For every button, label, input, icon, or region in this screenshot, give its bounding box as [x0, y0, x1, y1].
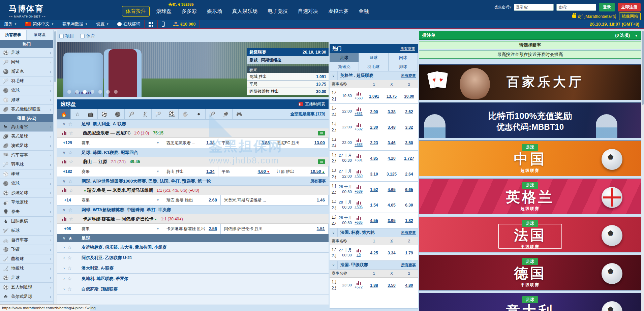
hot-tab-网球[interactable]: 网球 [389, 53, 418, 62]
register-button[interactable]: 立即注册 [618, 3, 641, 11]
odds-cell-2[interactable]: 2.64 [400, 171, 418, 177]
featured-outcome-1[interactable]: 平局13.75 [247, 81, 329, 88]
all-live-events-link[interactable]: 全部现场赛事 (179) [290, 111, 325, 117]
odds-cell-1[interactable]: 3.48 [383, 124, 400, 130]
odds-cell-1[interactable]: 3.95 [383, 217, 400, 223]
football-section-header[interactable]: ∨★ 足球 [57, 234, 329, 242]
carousel-dot-5[interactable] [106, 90, 110, 94]
odds-cell-0[interactable]: 4.25 [365, 250, 383, 256]
promo-banner-england[interactable]: 足球英格兰超级联赛 [419, 179, 641, 214]
more-markets[interactable]: +581 [352, 107, 365, 116]
password-input[interactable] [556, 4, 596, 11]
odds-cell-2[interactable]: 6.65 [400, 186, 418, 192]
more-markets[interactable]: +9 [352, 249, 365, 257]
sidebar-item-tennis[interactable]: 🎾网球› [0, 58, 53, 67]
sidebar-item-gaelic-football[interactable]: ☘盖尔式足球› [0, 292, 53, 302]
sidebar-item-floorball[interactable]: 🏒地板球› [0, 264, 53, 273]
league-group-header[interactable]: ∨☆网球. WTA超级精英赛. 中国珠海. 单打. 半决赛 [57, 206, 329, 214]
league-list-item[interactable]: ›☆白俄罗斯. 顶级联赛 [57, 284, 329, 294]
match-row[interactable]: ☆●瑞安.鲁曼 — 米奥米.可斯马诺维斯1:1 (6:3, 4:6, 6:6) … [57, 186, 329, 195]
odds-cell-1[interactable]: 3.125 [383, 171, 400, 177]
markets-count-link[interactable]: +585 [355, 220, 363, 224]
promo-banner-china[interactable]: 足球中国超级联赛 [419, 141, 641, 176]
sidebar-item-badminton[interactable]: 🏸羽毛球› [0, 76, 53, 86]
sidebar-tab-0[interactable]: 所有赛事 [0, 30, 27, 40]
odds-cell-1[interactable]: 平局4.60 ▼ [218, 166, 274, 177]
odds-cell-1[interactable]: 3.34 [383, 250, 400, 256]
odds-cell-2[interactable]: 3.50 [400, 139, 418, 146]
checkbox-icon[interactable] [80, 34, 85, 38]
more-markets[interactable]: +583 [352, 138, 365, 147]
match-row[interactable]: ☆蔚山 — 江原2:1 (2:1)49:45 [57, 157, 329, 166]
odds-cell-0[interactable]: 4.85 [365, 155, 383, 161]
sidebar-item-cricket[interactable]: 🏏板球› [0, 226, 53, 236]
carousel-dot-2[interactable] [83, 90, 87, 94]
favorite-star-icon[interactable]: ☆ [68, 179, 73, 184]
league-list-item[interactable]: ›☆友谊锦标赛. 俱乐部. 吉大港, 孟加拉国. 小组赛 [57, 242, 329, 253]
sidebar-item-darts[interactable]: 🎯飞镖› [0, 245, 53, 254]
nav-live[interactable]: 滚球盘 [153, 6, 175, 16]
odds-cell-2[interactable]: 4.80 [400, 282, 418, 288]
nav-battles[interactable]: 自选对决 [295, 6, 321, 16]
sidebar-item-chess[interactable]: ♞国际象棋› [0, 217, 53, 226]
more-markets[interactable]: +589 [352, 185, 365, 193]
live-filter-ice-hockey[interactable]: ⚫ [192, 109, 206, 119]
odds-cell-0[interactable]: 1.88 [365, 282, 383, 288]
col-header-x[interactable]: X [383, 271, 400, 275]
nav-toto[interactable]: 多多彩 [178, 6, 200, 16]
more-markets-count[interactable]: +129 [57, 138, 78, 148]
favorite-star-icon[interactable]: ☆ [67, 286, 72, 292]
sidebar-item-american-football[interactable]: 🏈美式足球› [0, 132, 53, 141]
more-markets[interactable]: +572 [352, 281, 365, 289]
hot-tab-羽毛球[interactable]: 羽毛球 [359, 62, 388, 71]
favorite-star-icon[interactable]: ☆ [69, 130, 73, 136]
page-scrollbar[interactable] [641, 30, 644, 311]
live-filter-handball[interactable]: 🖐 [179, 109, 192, 119]
featured-outcome-2[interactable]: 阿斯顿维拉 胜出30.00 [247, 88, 329, 95]
toolbar-services[interactable]: 服务▼ [0, 20, 21, 28]
toolbar-language[interactable]: 简体中文▼ [21, 20, 58, 28]
filter-0[interactable]: 项目 [59, 33, 74, 39]
odds-cell-2[interactable]: 1.82 [400, 217, 418, 223]
league-list-item[interactable]: ›☆奥地利. 地区联赛. 蒂罗尔 [57, 274, 329, 284]
odds-cell-1[interactable]: 3.50 [383, 282, 400, 288]
promo-banner-france[interactable]: 足球法国甲级联赛 [419, 217, 641, 252]
odds-cell-1[interactable]: 4.65 [383, 186, 400, 192]
odds-cell-0[interactable]: 西悉尼流浪者 ...1.38 [163, 138, 218, 148]
hot-tab-排球[interactable]: 排球 [389, 62, 418, 71]
sidebar-item-autosport[interactable]: 🏁汽车赛事› [0, 151, 53, 160]
live-filter-hot-flame[interactable]: 🔥 [57, 109, 71, 119]
market-select[interactable]: 赛果▼ [78, 224, 163, 234]
hot-tab-足球[interactable]: 足球 [330, 53, 359, 62]
markets-count-link[interactable]: +581 [355, 112, 363, 116]
sidebar-scrollbar[interactable] [53, 30, 57, 311]
match-tracker-icon[interactable] [62, 217, 66, 221]
toolbar-chat[interactable]: 在线咨询 [113, 20, 145, 28]
live-filter-live-tv[interactable]: 📺 [84, 109, 98, 119]
markets-count-link[interactable]: +592 [355, 127, 363, 131]
sidebar-item-field-hockey[interactable]: 🏑曲棍球› [0, 254, 53, 264]
odds-cell-2[interactable]: 3.32 [400, 124, 418, 130]
odds-cell-0[interactable]: 1.091 [365, 93, 383, 99]
favorite-star-icon[interactable]: ★ [68, 236, 73, 241]
betslip-header[interactable]: 投注单 (0 选项) ▼ [419, 31, 641, 40]
favorite-star-icon[interactable]: ☆ [68, 150, 73, 155]
favorite-star-icon[interactable]: ☆ [69, 188, 73, 193]
live-filter-football[interactable]: ⚽ [98, 109, 111, 119]
odds-cell-2[interactable]: 6.30 [400, 202, 418, 208]
more-markets[interactable]: +585 [352, 216, 365, 224]
odds-cell-1[interactable]: 3.46 [383, 139, 400, 146]
nav-esports[interactable]: 电子竞技 [264, 6, 291, 16]
featured-outcome-0[interactable]: 曼城 胜出1.091 [247, 73, 329, 81]
checkbox-icon[interactable] [59, 34, 64, 38]
live-stream-icon[interactable] [318, 131, 325, 135]
markets-count-link[interactable]: +596 [355, 205, 363, 209]
league-list-item[interactable]: ›☆阿尔及利亚. 乙级联赛 U-21 [57, 253, 329, 263]
odds-cell-0[interactable]: 蔚山 胜出1.34 [163, 166, 218, 177]
odds-cell-0[interactable]: 4.55 [365, 217, 383, 223]
sidebar-item-futsal[interactable]: ⚽五人制足球› [0, 283, 53, 292]
markets-count-link[interactable]: +9 [357, 253, 361, 257]
visit-link[interactable]: 访问Marathonbet马博 [572, 13, 616, 20]
section-all-events-link[interactable]: 所有赛事 [401, 230, 418, 235]
markets-count-link[interactable]: +591 [355, 158, 363, 162]
